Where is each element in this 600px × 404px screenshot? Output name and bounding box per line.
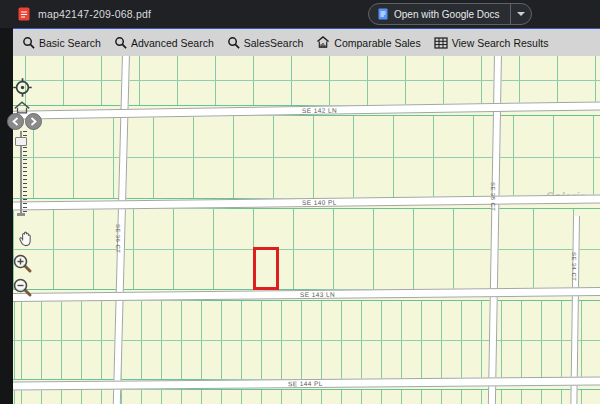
open-with-button-group: Open with Google Docs — [368, 3, 532, 25]
parcel-block — [13, 56, 600, 106]
parcel-highlight — [253, 247, 279, 290]
street-label-vertical: SE 38 CT — [490, 182, 496, 211]
sales-search-label: SalesSearch — [244, 37, 304, 49]
street-label: SE 144 PL — [288, 380, 323, 388]
sales-search-button[interactable]: SalesSearch — [227, 36, 304, 49]
advanced-search-label: Advanced Search — [131, 37, 214, 49]
open-with-google-docs-button[interactable]: Open with Google Docs — [369, 4, 511, 24]
parcel-block — [13, 389, 600, 404]
compass-icon[interactable] — [12, 77, 33, 98]
parcel-block — [13, 300, 600, 380]
street-label-vertical: SE 36 CT — [115, 224, 121, 253]
view-search-results-label: View Search Results — [452, 37, 549, 49]
comparable-sales-label: Comparable Sales — [334, 37, 420, 49]
pan-left-button[interactable] — [7, 113, 24, 130]
zoom-slider-endcap — [17, 213, 25, 216]
basic-search-button[interactable]: Basic Search — [22, 36, 101, 49]
basic-search-label: Basic Search — [39, 37, 101, 49]
search-icon — [114, 36, 127, 49]
arrow-left-icon — [12, 117, 19, 126]
search-toolbar: Basic Search Advanced Search SalesSearch… — [13, 29, 600, 56]
pdf-viewer-window: map42147-209-068.pdf Open with Google Do… — [0, 0, 600, 404]
house-chart-icon — [316, 36, 330, 49]
parcel-block — [13, 208, 600, 290]
zoom-in-icon[interactable] — [11, 252, 33, 274]
parcel-block — [13, 115, 600, 199]
chevron-down-icon — [517, 12, 525, 16]
zoom-slider[interactable] — [18, 131, 29, 213]
street-label: SE 142 LN — [302, 107, 337, 116]
view-search-results-button[interactable]: View Search Results — [434, 37, 549, 49]
table-grid-icon — [434, 37, 448, 49]
zoom-slider-handle[interactable] — [15, 137, 27, 146]
open-with-label: Open with Google Docs — [394, 9, 500, 20]
search-icon — [227, 36, 240, 49]
pdf-file-icon — [18, 7, 30, 21]
viewer-header: map42147-209-068.pdf Open with Google Do… — [0, 0, 600, 28]
pan-hand-icon[interactable] — [15, 229, 36, 250]
arrow-right-icon — [30, 117, 37, 126]
advanced-search-button[interactable]: Advanced Search — [114, 36, 214, 49]
comparable-sales-button[interactable]: Comparable Sales — [316, 36, 420, 49]
map-canvas[interactable]: SE 142 LN SE 140 PL SE 143 LN SE 144 PL … — [13, 56, 600, 404]
open-with-dropdown-button[interactable] — [511, 4, 531, 24]
street-label: SE 143 LN — [300, 291, 335, 299]
street-label-vertical: SE 34 CT — [571, 252, 577, 281]
zoom-out-icon[interactable] — [11, 276, 33, 298]
search-icon — [22, 36, 35, 49]
pan-right-button[interactable] — [25, 113, 42, 130]
street-label: SE 140 PL — [302, 199, 337, 207]
google-docs-icon — [378, 8, 388, 20]
document-title: map42147-209-068.pdf — [38, 8, 151, 20]
